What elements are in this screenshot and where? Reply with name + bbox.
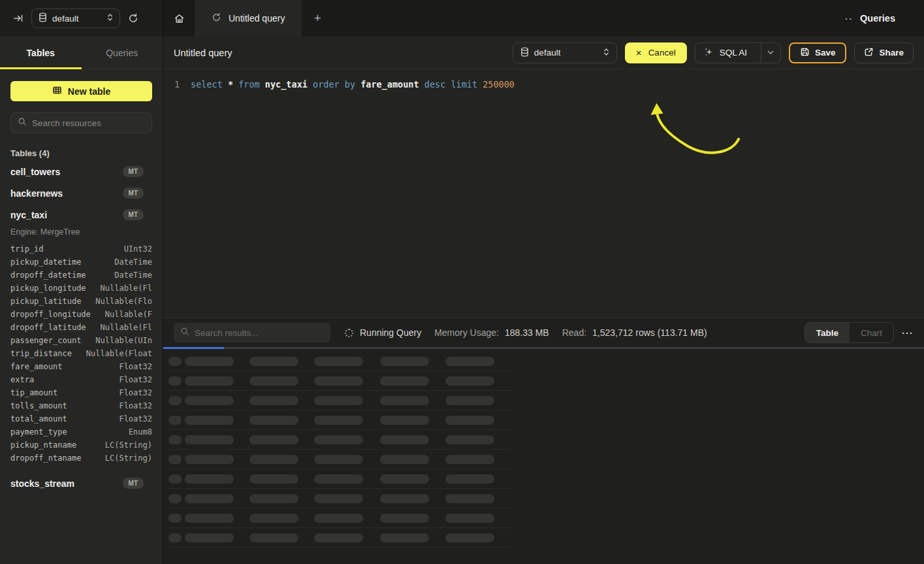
top-bar-right[interactable]: ·· Queries xyxy=(845,0,924,37)
table-item[interactable]: cell_towersMT xyxy=(10,161,152,182)
skeleton-cell xyxy=(249,455,298,464)
skeleton-row xyxy=(168,489,511,508)
engine-badge: MT xyxy=(123,188,144,199)
sql-token: select xyxy=(191,79,223,90)
skeleton-cell xyxy=(185,376,234,386)
line-number: 1 xyxy=(163,78,191,91)
column-row: tip_amountFloat32 xyxy=(10,386,152,399)
toggle-table[interactable]: Table xyxy=(805,323,850,342)
column-type: Float32 xyxy=(119,386,152,399)
results-toolbar: Running Query Memory Usage: 188.33 MB Re… xyxy=(163,318,924,347)
toggle-chart[interactable]: Chart xyxy=(850,323,893,342)
skeleton-cell xyxy=(185,533,234,542)
column-type: Nullable(UIn xyxy=(95,334,152,347)
column-type: DateTime xyxy=(114,256,152,269)
tab-untitled-query[interactable]: Untitled query xyxy=(195,0,302,37)
sql-editor[interactable]: 1 select * from nyc_taxi order by fare_a… xyxy=(163,69,924,318)
new-tab-icon[interactable]: + xyxy=(302,0,333,37)
sidebar-search[interactable] xyxy=(10,112,152,133)
database-selector[interactable]: default xyxy=(31,8,120,28)
skeleton-row xyxy=(168,371,511,391)
home-icon[interactable] xyxy=(163,0,195,37)
skeleton-cell xyxy=(445,533,494,542)
column-name: dropoff_longitude xyxy=(10,308,91,321)
skeleton-row xyxy=(168,410,511,430)
skeleton-cell xyxy=(185,494,234,503)
cancel-label: Cancel xyxy=(648,48,676,58)
column-row: trip_idUInt32 xyxy=(10,242,152,256)
skeleton-cell xyxy=(249,474,298,484)
results-skeleton xyxy=(163,349,924,564)
column-row: dropoff_datetimeDateTime xyxy=(10,269,152,282)
share-button[interactable]: Share xyxy=(854,42,914,63)
skeleton-cell xyxy=(249,396,298,405)
skeleton-cell xyxy=(185,514,234,523)
skeleton-cell xyxy=(314,533,363,542)
refresh-icon[interactable] xyxy=(128,13,138,24)
skeleton-cell xyxy=(168,514,182,523)
database-icon xyxy=(520,47,529,59)
skeleton-cell xyxy=(380,396,429,405)
chevron-updown-icon xyxy=(107,13,113,24)
editor-database-selector[interactable]: default xyxy=(513,42,617,63)
skeleton-cell xyxy=(168,416,182,425)
code-line-1[interactable]: 1 select * from nyc_taxi order by fare_a… xyxy=(163,78,924,91)
skeleton-cell xyxy=(249,435,298,444)
search-resources-input[interactable] xyxy=(32,118,145,128)
column-name: pickup_datetime xyxy=(10,256,81,269)
skeleton-cell xyxy=(168,494,182,503)
chevron-down-icon[interactable] xyxy=(761,43,780,63)
sql-token xyxy=(419,79,424,90)
skeleton-cell xyxy=(249,533,298,542)
column-type: UInt32 xyxy=(124,242,152,256)
database-selector-value: default xyxy=(52,14,79,24)
sidebar-tab-queries[interactable]: Queries xyxy=(82,37,163,69)
column-type: Float32 xyxy=(119,373,152,386)
skeleton-cell xyxy=(445,416,494,425)
more-options-icon[interactable]: ··· xyxy=(902,327,914,339)
skeleton-cell xyxy=(380,455,429,464)
sql-ai-main[interactable]: SQL AI xyxy=(695,43,756,63)
column-type: Nullable(Fl xyxy=(101,282,152,295)
column-name: tip_amount xyxy=(10,386,57,399)
save-button[interactable]: Save xyxy=(789,42,847,63)
sql-token xyxy=(233,79,238,90)
new-table-button[interactable]: New table xyxy=(10,81,152,101)
table-item[interactable]: hackernewsMT xyxy=(10,182,152,204)
table-name: hackernews xyxy=(10,188,63,199)
results-search[interactable] xyxy=(174,323,330,342)
table-grid-icon xyxy=(52,86,62,97)
table-item[interactable]: nyc_taxiMT xyxy=(10,204,152,225)
table-item[interactable]: stocks_streamMT xyxy=(10,473,152,494)
skeleton-cell xyxy=(314,357,363,366)
skeleton-row xyxy=(168,391,511,410)
skeleton-cell xyxy=(314,376,363,386)
cancel-button[interactable]: × Cancel xyxy=(625,42,687,63)
sql-ai-button[interactable]: SQL AI xyxy=(695,42,781,63)
skeleton-row xyxy=(168,430,511,450)
column-name: payment_type xyxy=(10,425,67,439)
column-row: dropoff_ntanameLC(String) xyxy=(10,452,152,465)
queries-link[interactable]: Queries xyxy=(860,13,895,24)
column-type: Nullable(F xyxy=(105,308,152,321)
skeleton-cell xyxy=(185,435,234,444)
sql-token: fare_amount xyxy=(360,79,419,90)
skeleton-cell xyxy=(445,474,494,484)
search-results-input[interactable] xyxy=(195,328,324,338)
column-name: pickup_longitude xyxy=(10,282,86,295)
collapse-sidebar-icon[interactable] xyxy=(13,13,24,24)
sidebar-tab-tables[interactable]: Tables xyxy=(0,37,82,69)
loading-spinner-icon xyxy=(345,329,353,337)
read-label: Read: xyxy=(562,327,586,338)
tab-strip: Untitled query + xyxy=(163,0,845,37)
column-row: payment_typeEnum8 xyxy=(10,425,152,439)
sql-token xyxy=(355,79,360,90)
engine-badge: MT xyxy=(123,209,144,220)
skeleton-cell xyxy=(445,435,494,444)
memory-usage-label: Memory Usage: xyxy=(434,327,499,338)
search-icon xyxy=(18,117,27,129)
tab-label: Untitled query xyxy=(229,13,285,24)
query-progress-fill xyxy=(163,347,224,349)
sql-token xyxy=(223,79,228,90)
skeleton-cell xyxy=(168,396,182,405)
